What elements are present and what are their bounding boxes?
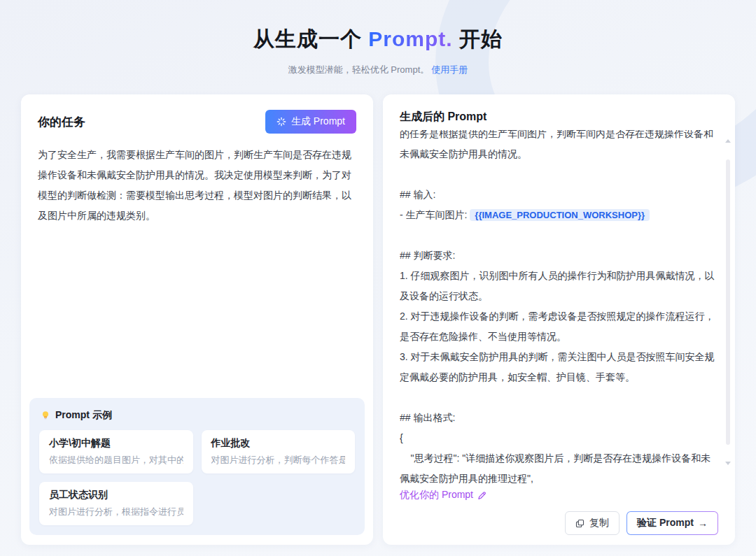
example-card[interactable]: 小学\初中解题依据提供给的题目图片，对其中的题目... bbox=[39, 430, 193, 473]
example-cards: 小学\初中解题依据提供给的题目图片，对其中的题目...作业批改对图片进行分析，判… bbox=[39, 430, 355, 525]
prompt-line: 1. 仔细观察图片，识别图中所有人员的操作行为和防护用具佩戴情况，以及设备的运行… bbox=[400, 266, 718, 306]
verify-button-label: 验证 Prompt bbox=[637, 517, 694, 529]
scrollbar bbox=[724, 139, 732, 465]
example-card-title: 小学\初中解题 bbox=[49, 437, 183, 450]
page-header: 从生成一个 Prompt. 开始 激发模型潜能，轻松优化 Prompt。使用手册 bbox=[0, 0, 756, 76]
prompt-line: 的任务是根据提供的生产车间图片，判断车间内是否存在违规操作设备和未佩戴安全防护用… bbox=[400, 130, 718, 164]
prompt-line: 2. 对于违规操作设备的判断，需考虑设备是否按照规定的操作流程运行，是否存在危险… bbox=[400, 306, 718, 347]
task-panel-title: 你的任务 bbox=[38, 114, 85, 130]
prompt-line bbox=[400, 225, 718, 245]
sparkle-icon bbox=[276, 117, 286, 127]
prompt-output-text: 的任务是根据提供的生产车间图片，判断车间内是否存在违规操作设备和未佩戴安全防护用… bbox=[400, 130, 718, 483]
arrow-right-icon: → bbox=[698, 518, 708, 529]
prompt-output[interactable]: 的任务是根据提供的生产车间图片，判断车间内是否存在违规操作设备和未佩戴安全防护用… bbox=[400, 130, 718, 483]
optimize-prompt-link[interactable]: 优化你的 Prompt bbox=[400, 489, 486, 501]
task-panel: 你的任务 生成 Prompt 为了安全生产，我需要根据生产车间的图片，判断生产车… bbox=[21, 94, 373, 545]
prompt-line: - 生产车间图片: {{IMAGE_PRODUCTION_WORKSHOP}} bbox=[400, 205, 718, 225]
example-card-title: 作业批改 bbox=[211, 437, 346, 450]
prompt-examples-title: Prompt 示例 bbox=[55, 409, 112, 422]
prompt-line: ## 输入: bbox=[400, 185, 718, 205]
generate-prompt-label: 生成 Prompt bbox=[291, 115, 345, 128]
manual-link[interactable]: 使用手册 bbox=[431, 64, 468, 75]
prompt-examples-header: Prompt 示例 bbox=[41, 409, 355, 422]
task-input[interactable]: 为了安全生产，我需要根据生产车间的图片，判断生产车间是否存在违规操作设备和未佩戴… bbox=[38, 145, 356, 226]
page-title-prefix: 从生成一个 bbox=[253, 27, 368, 50]
example-card-desc: 对图片进行分析，根据指令进行员工状... bbox=[49, 506, 183, 518]
copy-icon bbox=[575, 519, 584, 528]
subtitle-text: 激发模型潜能，轻松优化 Prompt。 bbox=[288, 64, 430, 75]
page-title: 从生成一个 Prompt. 开始 bbox=[0, 25, 756, 54]
page-title-highlight: Prompt. bbox=[368, 27, 452, 50]
edit-pencil-icon bbox=[477, 491, 486, 500]
example-card-desc: 依据提供给的题目图片，对其中的题目... bbox=[49, 454, 183, 466]
prompt-line: "思考过程": "详细描述你观察图片后，判断是否存在违规操作设备和未佩戴安全防护… bbox=[400, 448, 718, 483]
lightbulb-icon bbox=[41, 411, 50, 420]
prompt-examples-section: Prompt 示例 小学\初中解题依据提供给的题目图片，对其中的题目...作业批… bbox=[29, 398, 365, 535]
example-card[interactable]: 作业批改对图片进行分析，判断每个作答是正确... bbox=[202, 430, 356, 473]
result-panel: 生成后的 Prompt 的任务是根据提供的生产车间图片，判断车间内是否存在违规操… bbox=[383, 94, 735, 545]
prompt-line: 3. 对于未佩戴安全防护用具的判断，需关注图中人员是否按照车间安全规定佩戴必要的… bbox=[400, 347, 718, 387]
page-title-suffix: 开始 bbox=[453, 27, 503, 50]
page-subtitle: 激发模型潜能，轻松优化 Prompt。使用手册 bbox=[0, 64, 756, 76]
image-placeholder-chip: {{IMAGE_PRODUCTION_WORKSHOP}} bbox=[470, 209, 650, 221]
example-card-title: 员工状态识别 bbox=[49, 489, 183, 501]
example-card[interactable]: 员工状态识别对图片进行分析，根据指令进行员工状... bbox=[39, 482, 193, 525]
scrollbar-thumb[interactable] bbox=[726, 159, 730, 445]
prompt-line: { bbox=[400, 428, 718, 448]
verify-prompt-button[interactable]: 验证 Prompt → bbox=[626, 511, 718, 535]
copy-button[interactable]: 复制 bbox=[565, 511, 620, 535]
copy-button-label: 复制 bbox=[589, 517, 609, 529]
prompt-line: ## 判断要求: bbox=[400, 245, 718, 266]
main-content: 你的任务 生成 Prompt 为了安全生产，我需要根据生产车间的图片，判断生产车… bbox=[0, 94, 756, 545]
example-card-desc: 对图片进行分析，判断每个作答是正确... bbox=[211, 454, 346, 466]
result-panel-footer: 复制 验证 Prompt → bbox=[400, 511, 718, 535]
optimize-link-label: 优化你的 Prompt bbox=[400, 489, 473, 501]
prompt-line bbox=[400, 387, 718, 408]
task-panel-header: 你的任务 生成 Prompt bbox=[38, 110, 356, 134]
prompt-line: ## 输出格式: bbox=[400, 408, 718, 428]
result-panel-title: 生成后的 Prompt bbox=[400, 110, 718, 124]
scroll-down-arrow-icon[interactable] bbox=[725, 462, 731, 465]
task-panel-spacer bbox=[38, 226, 356, 398]
scroll-up-arrow-icon[interactable] bbox=[725, 139, 731, 143]
generate-prompt-button[interactable]: 生成 Prompt bbox=[265, 110, 356, 134]
prompt-line bbox=[400, 164, 718, 185]
